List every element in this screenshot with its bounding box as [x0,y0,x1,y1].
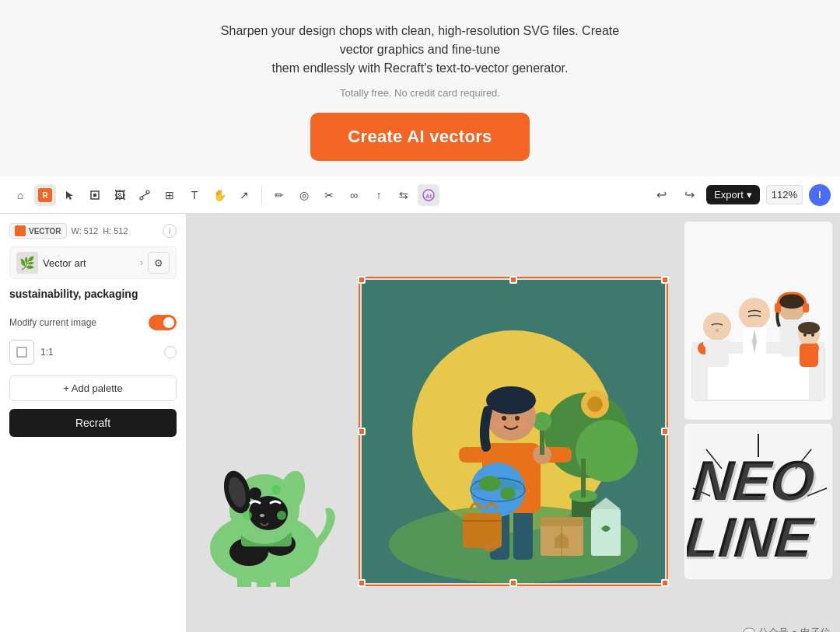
handle-mr[interactable] [661,428,669,435]
recraft-button[interactable]: Recraft [9,409,177,437]
link-icon[interactable]: ⇆ [393,184,415,206]
panel-badge: VECTOR [9,223,67,239]
svg-rect-64 [800,344,818,367]
canvas-area[interactable]: NEO LINE NEO LINE [187,214,840,632]
hand-tool-icon[interactable]: ✋ [208,184,230,206]
infinity-icon[interactable]: ∞ [343,184,365,206]
app-area: ⌂ R 🖼 ⊞ T ✋ ↗ ✏ ◎ ✂ ∞ ↑ ⇆ AI ↩ ↪ [0,176,840,632]
home-icon[interactable]: ⌂ [9,184,31,206]
svg-point-96 [243,511,252,520]
handle-ml[interactable] [358,428,366,435]
add-palette-button[interactable]: + Add palette [9,375,177,401]
svg-point-33 [486,386,536,414]
vector-art-label: Vector art [43,257,135,269]
svg-point-36 [495,419,505,428]
handle-tr[interactable] [661,276,669,284]
panel-header: VECTOR W: 512 H: 512 i [9,223,177,239]
export-button[interactable]: Export ▾ [706,185,760,204]
undo-button[interactable]: ↩ [650,184,672,206]
info-icon[interactable]: i [163,224,177,238]
handle-bl[interactable] [358,579,366,587]
svg-point-95 [260,514,264,517]
toolbar-divider-1 [261,186,262,204]
svg-point-66 [803,333,807,337]
modify-toggle[interactable] [149,315,177,330]
handle-tm[interactable] [509,276,517,284]
cta-button[interactable]: Create AI vectors [310,113,529,161]
svg-rect-61 [775,303,781,313]
svg-point-28 [500,487,516,500]
vector-art-row[interactable]: 🌿 Vector art › ⚙ [9,246,177,279]
vector-tool-icon[interactable] [134,184,156,206]
redo-button[interactable]: ↪ [678,184,700,206]
svg-rect-82 [257,573,271,587]
svg-point-54 [716,329,719,332]
svg-rect-30 [540,428,544,455]
svg-point-5 [140,197,143,200]
svg-point-19 [587,396,603,412]
svg-rect-53 [703,340,730,347]
svg-point-67 [811,333,814,337]
upload-icon[interactable]: ↑ [368,184,390,206]
arrow-tool-icon[interactable]: ↗ [233,184,255,206]
main-illustration [362,280,665,583]
svg-point-99 [271,485,281,494]
prompt-text: sustainability, packaging [9,287,177,302]
tagline: Sharpen your design chops with clean, hi… [202,22,638,78]
pen-tool-icon[interactable]: ✏ [268,184,290,206]
watermark: 💬 公众号 ● 电子位 [743,626,831,632]
svg-point-65 [798,322,820,334]
modify-row: Modify current image [9,315,177,330]
dog-illustration [187,439,342,587]
svg-point-37 [517,419,527,428]
width-label: W: 512 [72,226,99,236]
svg-text:NEO: NEO [692,452,819,514]
svg-rect-83 [276,571,290,587]
svg-rect-38 [463,513,502,548]
ratio-row: 1:1 [9,340,177,365]
svg-text:R: R [42,191,48,200]
vector-settings-icon[interactable]: ⚙ [148,252,170,274]
zoom-level[interactable]: 112% [766,185,803,204]
svg-rect-40 [541,517,583,526]
free-note: Totally free. No credit card required. [16,87,824,99]
modify-label: Modify current image [9,317,96,328]
user-avatar[interactable]: I [809,184,831,206]
selected-illustration[interactable] [362,280,665,583]
handle-tl[interactable] [358,276,366,284]
handle-bm[interactable] [509,579,517,587]
brand-logo[interactable]: R [34,184,56,206]
text-tool-icon[interactable]: T [184,184,205,206]
toolbar-right: ↩ ↪ Export ▾ 112% I [650,184,831,206]
image-tool-icon[interactable]: 🖼 [109,184,131,206]
svg-rect-17 [581,459,586,498]
svg-point-51 [703,313,731,340]
svg-rect-62 [803,303,809,313]
svg-point-98 [249,487,261,500]
svg-marker-2 [66,191,73,200]
left-panel: VECTOR W: 512 H: 512 i 🌿 Vector art › ⚙ … [0,214,187,632]
vector-thumb: 🌿 [16,252,38,274]
ai-icon[interactable]: AI [418,184,439,206]
svg-rect-23 [459,447,486,463]
svg-point-55 [739,298,770,329]
svg-text:AI: AI [425,193,432,200]
svg-point-97 [277,511,286,520]
svg-rect-21 [513,505,533,560]
ratio-box [9,340,34,365]
select-tool-icon[interactable] [59,184,81,206]
ratio-radio[interactable] [164,346,177,358]
badge-icon [15,225,26,236]
svg-rect-9 [17,347,26,357]
magic-tool-icon[interactable]: ◎ [293,184,315,206]
handle-br[interactable] [661,579,669,587]
ratio-label: 1:1 [40,347,54,358]
svg-point-27 [479,476,501,491]
scissors-icon[interactable]: ✂ [318,184,340,206]
frame-tool-icon[interactable] [84,184,106,206]
hero-section: Sharpen your design chops with clean, hi… [0,0,840,176]
svg-rect-42 [591,509,621,556]
neo-line-illustration: NEO LINE NEO LINE [684,424,832,579]
svg-text:LINE: LINE [687,508,819,571]
crop-tool-icon[interactable]: ⊞ [159,184,180,206]
